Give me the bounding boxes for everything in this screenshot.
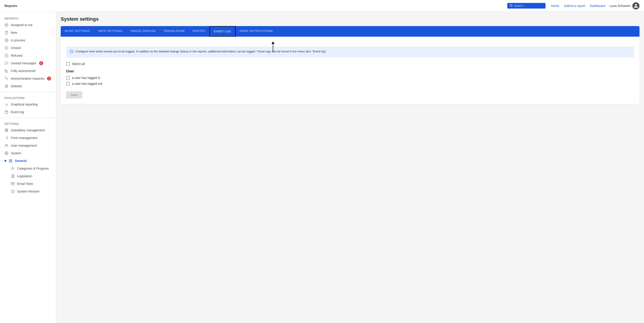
search-box[interactable] [507,3,546,8]
submit-report-link[interactable]: Submit a report [564,4,585,8]
cog-icon [4,151,8,155]
tab-single-sign-on[interactable]: SINGLE SIGN-ON [126,26,160,37]
fully-anonymized-label: Fully anonymized [11,69,35,73]
svg-line-1 [512,6,512,7]
unread-messages-label: Unread messages [11,62,36,65]
svg-point-5 [5,39,8,42]
anonymization-requests-label: Anonymization requests [11,77,44,80]
clock-icon [11,190,15,194]
sidebar-item-general[interactable]: General [0,157,56,165]
home-link[interactable]: Home [551,4,559,8]
sidebar-item-new[interactable]: New [0,29,56,36]
general-label: General [15,159,26,162]
search-icon [510,4,513,8]
svg-point-27 [6,144,6,145]
tab-email-notifications[interactable]: EMAIL NOTIFICATIONS [236,26,277,37]
user-logged-out-label: a user has logged out [72,82,102,86]
tab-smtp-settings[interactable]: SMTP SETTINGS [94,26,126,37]
info-text: Configure here which events are to be lo… [76,49,327,54]
user-logged-in-checkbox[interactable] [66,76,70,80]
checkbox-user-logged-out[interactable]: a user has logged out [66,82,634,86]
message-icon [4,61,8,65]
file-icon [4,30,8,35]
save-button[interactable]: Save [66,91,82,98]
categories-icon [11,166,15,170]
search-input[interactable] [514,4,543,8]
deleted-label: Deleted [11,84,22,88]
top-nav: Reports Home Submit a report Dashboard L… [0,0,644,12]
sidebar-item-system-restore[interactable]: System Restore [0,188,56,195]
svg-rect-31 [11,161,12,162]
sidebar-item-refused[interactable]: Refused [0,52,56,60]
sidebar: Reports Assigned to me New In process Cl… [0,12,56,323]
user-logged-out-checkbox[interactable] [66,82,70,86]
sidebar-item-subsidiary-management[interactable]: Subsidiary management [0,126,56,134]
new-label: New [11,31,17,34]
nav-links: Home Submit a report Dashboard [551,4,605,8]
user-slash-icon [4,69,8,73]
form-management-label: Form management [11,136,37,140]
evaluations-section-label: Evaluations [0,94,56,100]
svg-rect-2 [5,24,8,26]
page-title: System settings [61,16,640,22]
graphical-reporting-label: Graphical reporting [11,102,38,106]
sidebar-item-legislation[interactable]: Legislation [0,172,56,180]
unread-messages-badge: 2 [39,61,43,65]
svg-rect-18 [7,129,8,130]
sidebar-item-system[interactable]: System [0,149,56,157]
tab-routes[interactable]: ROUTES [189,26,209,37]
dashboard-link[interactable]: Dashboard [590,4,605,8]
avatar [632,2,640,10]
svg-rect-17 [5,129,6,130]
anonymization-icon [4,76,8,80]
svg-rect-20 [5,130,6,132]
main-content: System settings BASIC SETTINGS SMTP SETT… [56,12,644,323]
document-icon [11,174,15,178]
user-menu[interactable]: Luna Schwerin [610,2,640,10]
tab-translation[interactable]: TRANSLATION [160,26,188,37]
sidebar-item-email-texts[interactable]: Email Texts [0,180,56,188]
sidebar-item-unread-messages[interactable]: Unread messages 2 [0,60,56,67]
sidebar-item-graphical-reporting[interactable]: Graphical reporting [0,100,56,108]
tab-event-log[interactable]: EVENT LOG [209,26,236,37]
checkbox-user-logged-in[interactable]: a user has logged in [66,76,634,80]
active-dot [4,160,6,162]
in-process-label: In process [11,38,26,42]
svg-rect-30 [11,160,12,160]
check-circle-icon [4,46,8,50]
grid-icon [4,128,8,132]
select-all-row[interactable]: Select all [66,62,634,66]
grid-blue-icon [8,159,12,163]
settings-card: BASIC SETTINGS SMTP SETTINGS SINGLE SIGN… [61,26,640,104]
sidebar-item-in-process[interactable]: In process [0,36,56,44]
select-all-checkbox[interactable] [66,62,70,66]
bar-chart-icon [4,102,8,106]
envelope-icon [11,182,15,186]
sidebar-item-anonymization-requests[interactable]: Anonymization requests 1 [0,75,56,82]
select-all-label: Select all [72,62,85,66]
tab-basic-settings[interactable]: BASIC SETTINGS [61,26,94,37]
categories-progress-label: Categories & Progress [17,167,49,170]
user-name: Luna Schwerin [610,4,630,8]
sidebar-item-event-log[interactable]: Event log [0,108,56,116]
closed-label: Closed [11,46,21,50]
sidebar-item-user-management[interactable]: User management [0,142,56,149]
sidebar-item-form-management[interactable]: Form management [0,134,56,142]
user-management-label: User management [11,144,37,147]
tabs-bar: BASIC SETTINGS SMTP SETTINGS SINGLE SIGN… [61,26,640,37]
list-icon [4,136,8,140]
nav-title: Reports [4,4,45,8]
user-logged-in-label: a user has logged in [72,76,100,80]
event-log-label: Event log [11,110,24,114]
info-icon [70,50,73,55]
anonymization-badge: 1 [47,76,51,80]
info-box: Configure here which events are to be lo… [66,46,634,58]
trash-icon [4,84,8,88]
sidebar-item-deleted[interactable]: Deleted [0,82,56,90]
sidebar-item-assigned-to-me[interactable]: Assigned to me [0,21,56,29]
system-label: System [11,152,21,155]
sidebar-item-fully-anonymized[interactable]: Fully anonymized [0,67,56,75]
sidebar-item-closed[interactable]: Closed [0,44,56,52]
reports-section-label: Reports [0,14,56,21]
sidebar-item-categories-progress[interactable]: Categories & Progress [0,165,56,172]
